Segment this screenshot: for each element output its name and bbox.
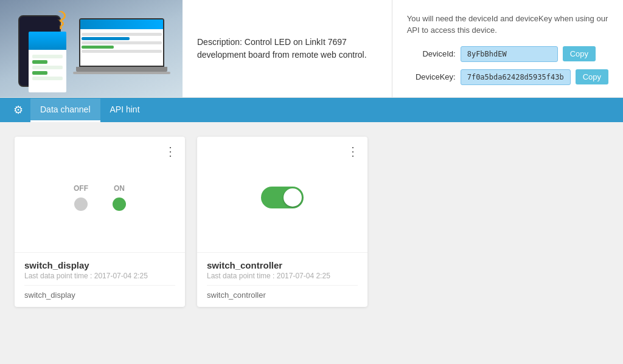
switch-controller-title: switch_controller (207, 260, 358, 270)
top-banner: Description: Control LED on LinkIt 7697 … (0, 0, 623, 98)
toggle-thumb (284, 188, 302, 207)
switch-display-card: ⋮ OFF ON switch_display Last data point … (15, 137, 185, 307)
api-intro-text: You will need the deviceId and deviceKey… (407, 13, 608, 36)
switch-controller-footer: switch_controller Last data point time :… (197, 252, 367, 307)
phone-illustration (18, 15, 61, 87)
banner-api-section: You will need the deviceId and deviceKey… (392, 0, 623, 97)
tab-api-hint[interactable]: API hint (100, 98, 150, 122)
switch-display-tag: switch_display (24, 285, 175, 300)
switch-controller-subtitle: Last data point time : 2017-07-04 2:25 (207, 272, 358, 280)
switch-on-dot (113, 197, 126, 211)
copy-device-id-button[interactable]: Copy (563, 46, 596, 61)
switch-display-footer: switch_display Last data point time : 20… (15, 252, 185, 307)
device-key-value: 7f0a5bda62428d5935f43b (461, 69, 571, 85)
switch-display-subtitle: Last data point time : 2017-07-04 2:25 (24, 272, 175, 280)
tabs-bar: ⚙ Data channel API hint (0, 98, 623, 122)
tab-data-channel[interactable]: Data channel (30, 98, 100, 122)
device-id-row: DeviceId: 8yFbBhdEW Copy (407, 46, 608, 62)
switch-controller-tag: switch_controller (207, 285, 358, 300)
main-content: ⋮ OFF ON switch_display Last data point … (0, 122, 623, 321)
switch-on-option: ON (113, 184, 126, 211)
device-key-label: DeviceKey: (407, 72, 456, 81)
switch-display-body: OFF ON (15, 137, 185, 252)
gear-icon: ⚙ (6, 98, 30, 122)
wifi-icon (56, 11, 66, 29)
switch-off-option: OFF (74, 184, 88, 211)
switch-display-menu-button[interactable]: ⋮ (162, 143, 179, 160)
switch-controller-menu-button[interactable]: ⋮ (344, 143, 361, 160)
device-id-label: DeviceId: (407, 49, 456, 58)
switch-controller-card: ⋮ switch_controller Last data point time… (197, 137, 367, 307)
toggle-switch[interactable] (261, 187, 304, 208)
switch-controller-body (197, 137, 367, 252)
toggle-track (261, 187, 304, 208)
switch-display-widget: OFF ON (74, 184, 126, 211)
device-key-row: DeviceKey: 7f0a5bda62428d5935f43b Copy (407, 69, 608, 85)
switch-on-label: ON (114, 184, 125, 193)
device-id-value: 8yFbBhdEW (461, 46, 558, 62)
banner-description-text: Description: Control LED on LinkIt 7697 … (197, 36, 377, 61)
copy-device-key-button[interactable]: Copy (576, 69, 608, 84)
switch-off-label: OFF (74, 184, 88, 193)
switch-display-title: switch_display (24, 260, 175, 270)
banner-description-section: Description: Control LED on LinkIt 7697 … (183, 0, 392, 97)
laptop-illustration (79, 18, 164, 76)
banner-image (0, 0, 183, 97)
switch-off-dot (74, 197, 88, 211)
